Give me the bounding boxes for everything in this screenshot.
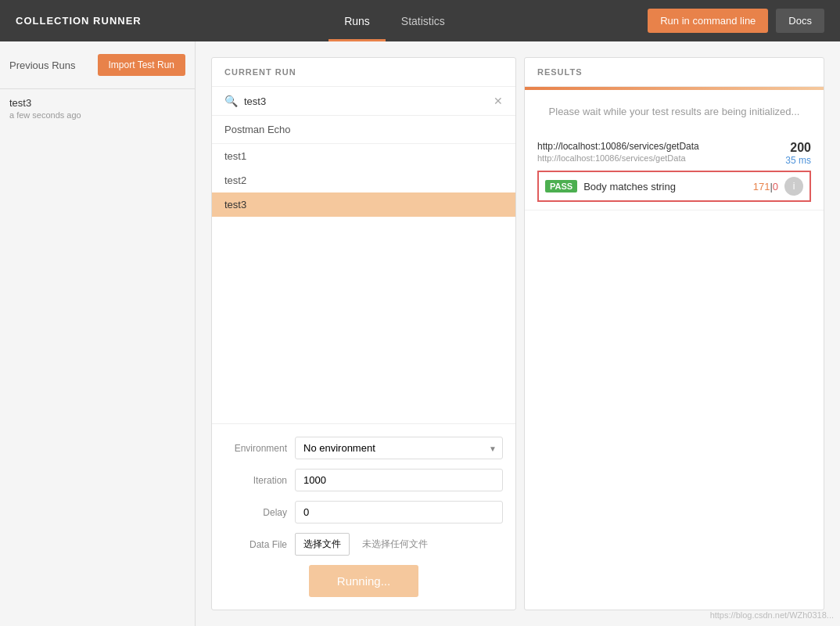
data-file-row: Data File 选择文件 未选择任何文件 [224,533,503,556]
current-run-panel: CURRENT RUN 🔍 ✕ Postman Echo test1 test2… [211,57,516,610]
collection-name: Postman Echo [212,116,515,144]
sidebar-item-time: a few seconds ago [9,110,185,120]
running-button[interactable]: Running... [309,565,418,597]
environment-select-wrapper: No environment ▼ [295,437,503,459]
previous-runs-label: Previous Runs [9,59,76,71]
initializing-text: Please wait while your test results are … [525,90,824,133]
import-test-run-button[interactable]: Import Test Run [98,54,185,76]
sidebar: Previous Runs Import Test Run test3 a fe… [0,41,196,626]
main-layout: Previous Runs Import Test Run test3 a fe… [0,41,840,626]
choose-file-button[interactable]: 选择文件 [295,533,350,556]
top-bar: COLLECTION RUNNER Runs Statistics Run in… [0,0,840,41]
app-title: COLLECTION RUNNER [16,15,142,27]
current-run-header: CURRENT RUN [212,58,515,87]
delay-label: Delay [224,507,287,518]
result-item: http://localhost:10086/services/getData … [525,133,824,210]
test-result-row: PASS Body matches string 171|0 i [537,171,811,202]
search-bar: 🔍 ✕ [212,87,515,116]
result-url-row: http://localhost:10086/services/getData … [537,141,811,166]
environment-row: Environment No environment ▼ [224,437,503,459]
results-panel: RESULTS Please wait while your test resu… [524,57,824,610]
request-item-test3[interactable]: test3 [212,192,515,217]
environment-label: Environment [224,443,287,454]
data-file-label: Data File [224,539,287,550]
delay-input[interactable] [295,501,503,523]
iteration-row: Iteration [224,469,503,491]
delay-row: Delay [224,501,503,523]
pass-badge: PASS [545,180,577,192]
search-icon: 🔍 [224,95,238,107]
tab-runs[interactable]: Runs [328,0,386,41]
result-url-secondary: http://localhost:10086/services/getData [537,153,699,163]
top-bar-actions: Run in command line Docs [648,9,824,33]
run-in-command-line-button[interactable]: Run in command line [648,9,768,33]
result-url-info: http://localhost:10086/services/getData … [537,141,699,163]
clear-icon[interactable]: ✕ [494,95,503,107]
content-area: CURRENT RUN 🔍 ✕ Postman Echo test1 test2… [196,41,840,626]
request-list: test1 test2 test3 [212,144,515,423]
no-file-text: 未选择任何文件 [362,538,428,551]
docs-button[interactable]: Docs [776,9,824,33]
request-item-test1[interactable]: test1 [212,144,515,168]
test-count-fail: 0 [773,181,778,192]
sidebar-header: Previous Runs Import Test Run [0,41,195,89]
sidebar-item-test3[interactable]: test3 a few seconds ago [0,89,195,128]
request-item-test2[interactable]: test2 [212,168,515,192]
test-count-pass: 171 [753,181,770,192]
result-status: 200 35 ms [785,141,811,166]
result-url-primary: http://localhost:10086/services/getData [537,141,699,152]
nav-tabs: Runs Statistics [328,0,461,41]
watermark: https://blog.csdn.net/WZh0318... [710,610,834,620]
test-name: Body matches string [583,181,747,192]
iteration-label: Iteration [224,475,287,486]
iteration-input[interactable] [295,469,503,491]
result-status-code: 200 [785,141,811,155]
sidebar-item-name: test3 [9,97,185,109]
tab-statistics[interactable]: Statistics [386,0,461,41]
result-time: 35 ms [785,155,811,166]
environment-select[interactable]: No environment [295,437,503,459]
info-icon[interactable]: i [784,177,803,196]
form-area: Environment No environment ▼ Iteration D… [212,423,515,610]
search-input[interactable] [244,95,487,107]
test-counts: 171|0 [753,181,778,192]
results-header: RESULTS [525,58,824,87]
